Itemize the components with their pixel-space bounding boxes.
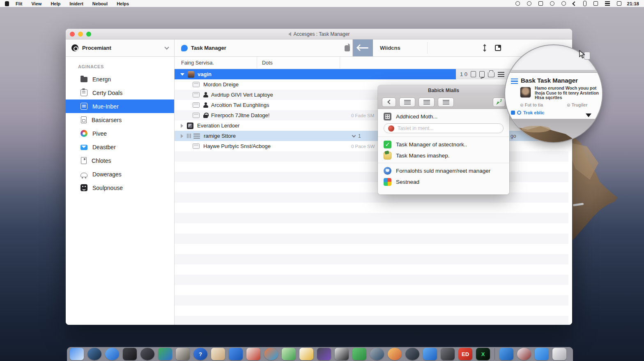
magnified-pointer [586,113,591,117]
row-right-text: 0 Fade SM [351,113,374,118]
menu-item-neboul[interactable]: Neboul [92,1,108,6]
dock-icon-clock-dark[interactable] [441,348,455,360]
column-dots[interactable]: Dots [257,60,273,66]
pie-icon[interactable] [527,1,531,6]
menu-icon[interactable] [498,72,504,77]
dock-icon-bird[interactable] [229,348,243,360]
popup-back-button[interactable] [382,97,396,107]
page-icon[interactable] [471,71,476,77]
popup-row-advanced[interactable]: Addhiced Moth... [384,112,504,120]
row-chevron-count[interactable]: 1 [352,133,361,139]
dock-icon-paddle[interactable] [246,348,260,360]
copy-icon[interactable] [495,45,501,51]
popup-view-button-2[interactable] [419,97,435,107]
menu-bar-clock: 21:18 [627,1,639,6]
dock-icon-blue-photo[interactable] [499,348,513,360]
row-ramige[interactable]: ramige Sttore1go [175,131,568,141]
archive-icon[interactable] [488,72,494,77]
back-triangle-icon [288,32,291,36]
dock-icon-glass[interactable] [176,348,190,360]
popup-item-3[interactable]: Fornalohts suld mnagerr/reet manager [384,167,504,175]
dock-icon-swirl[interactable] [264,348,278,360]
zoom-button[interactable] [86,32,91,37]
disclosure-open-icon[interactable] [180,73,184,76]
popup-view-button-3[interactable] [438,97,454,107]
sidebar-item-mue-inber[interactable]: Mue-Inber [66,100,174,113]
dock-icon-terminal[interactable]: X [476,348,490,360]
menu-item-helps[interactable]: Helps [117,1,129,6]
dock-icon-mini-color[interactable] [158,348,172,360]
popup-item-4[interactable]: Sestnead [384,178,504,186]
display-icon[interactable] [617,1,621,6]
minimize-button[interactable] [78,32,83,37]
dock-icon-gear-globe[interactable] [370,348,384,360]
dock-icon-dark-editor[interactable] [123,348,137,360]
menu-item-view[interactable]: View [32,1,42,6]
apple-menu-icon[interactable] [5,1,9,6]
close-button[interactable] [70,32,75,37]
chevron-down-icon [164,45,169,49]
sidebar-item-basicarsers[interactable]: Basicarsers [66,113,174,127]
dock-icon-compass2[interactable] [517,348,531,360]
popup-share-button[interactable] [493,97,505,107]
empty-row [175,264,568,275]
dock-icon-folder[interactable] [535,348,549,360]
back-button[interactable] [353,39,373,56]
sort-icon[interactable] [483,44,487,51]
trackpad-icon[interactable] [605,1,610,6]
dock-icon-photos-dark[interactable] [317,348,331,360]
row-everation[interactable]: Everation Lerdoer [175,120,568,131]
sidebar-item-label: Soulpnouse [92,185,123,191]
row-haywe[interactable]: Haywe Purbyic Snst/Acboge0 Pace SW [175,141,568,151]
flag-icon[interactable] [593,1,598,6]
dock-icon-pen-circle[interactable] [140,348,154,360]
disclosure-closed-icon[interactable] [181,124,183,128]
compose-icon[interactable] [479,71,485,77]
popup-title[interactable]: Babick Mialls [378,85,509,95]
sidebar-item-dowerages[interactable]: Dowerages [66,167,174,181]
menu-item-help[interactable]: Help [51,1,60,6]
phone-icon[interactable] [583,1,586,6]
menu-item-flit[interactable]: Flit [16,1,23,6]
sidebar-item-soulpnouse[interactable]: Soulpnouse [66,181,174,194]
dock-icon-pages[interactable] [70,348,84,360]
menu-item-inidert[interactable]: Inidert [69,1,83,6]
sidebar-item-certy-doals[interactable]: Certy Doals [66,86,174,100]
popup-item-1[interactable]: ✓Task Manager of astectnork.. [384,140,504,148]
shield-icon[interactable] [561,1,566,6]
dock-icon-help[interactable]: ? [193,348,207,360]
popup-search-field[interactable]: Tasiet in ment... [384,123,504,133]
dock-icon-red-ed[interactable]: ED [458,348,472,360]
dock-icon-trash[interactable] [552,348,566,360]
dock-icon-tree[interactable] [282,348,296,360]
sidebar-item-pivee[interactable]: Pivee [66,127,174,140]
dock-icon-orange-face[interactable] [388,348,402,360]
dock-icon-dark-globe[interactable] [87,348,101,360]
chevron-left-icon[interactable] [572,1,577,6]
window-titlebar[interactable]: Accesges : Task Manager [66,29,572,39]
dock-icon-person-dark[interactable] [405,348,419,360]
dock-icon-cards[interactable] [211,348,225,360]
sidebar-item-energn[interactable]: Energn [66,72,174,86]
column-faing[interactable]: Faing Servisa. [175,60,257,66]
disclosure-closed-icon[interactable] [181,134,183,138]
magnified-link[interactable]: Trok eblic [511,110,544,115]
dock-icon-sail[interactable] [423,348,437,360]
dock-icon-bw-app[interactable] [335,348,349,360]
notes-icon[interactable] [538,1,543,6]
link-icon[interactable] [515,1,520,6]
popup-divider [378,163,509,163]
windows-label[interactable]: Wiidcns [380,45,400,51]
search-icon[interactable] [550,1,554,6]
dock-icon-compass[interactable] [105,348,119,360]
popup-view-button-1[interactable] [399,97,415,107]
row-avatar [188,71,194,78]
popup-item-2[interactable]: Task Manes imashep. [384,151,504,160]
dock-icon-calendar[interactable] [299,348,313,360]
profile-switcher[interactable]: Procemiant [66,39,175,56]
empty-row [175,285,568,295]
sidebar-item-deastber[interactable]: Deastber [66,140,174,154]
dock-icon-recycle[interactable] [352,348,366,360]
sidebar-item-chlotes[interactable]: Chlotes [66,154,174,167]
row-vagin[interactable]: vagin [175,69,456,79]
